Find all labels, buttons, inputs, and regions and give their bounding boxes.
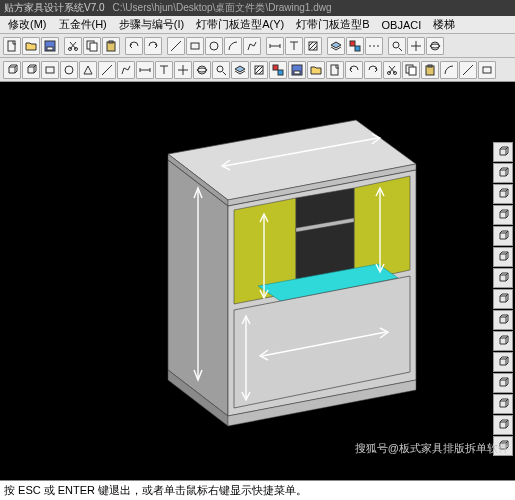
document-path: C:\Users\hjun\Desktop\桌面文件类\Drawing1.dwg — [113, 1, 332, 15]
tool-line[interactable] — [167, 37, 185, 55]
tool2-d[interactable] — [60, 61, 78, 79]
tool-copy[interactable] — [83, 37, 101, 55]
tool2-k[interactable] — [193, 61, 211, 79]
tool2-j[interactable] — [174, 61, 192, 79]
view-left[interactable] — [493, 184, 513, 204]
view-top[interactable] — [493, 142, 513, 162]
viewport-3d[interactable]: 搜狐号@板式家具排版拆单软件 — [0, 82, 515, 480]
view-right[interactable] — [493, 205, 513, 225]
tool2-x[interactable] — [440, 61, 458, 79]
svg-line-51 — [224, 138, 378, 166]
tool-cut[interactable] — [64, 37, 82, 55]
orbit-icon — [429, 40, 441, 52]
menu-door-b[interactable]: 灯带门板造型B — [290, 17, 375, 32]
view-iso-se[interactable] — [493, 268, 513, 288]
tool-new[interactable] — [3, 37, 21, 55]
menubar[interactable]: 修改(M) 五金件(H) 步骤与编号(I) 灯带门板造型A(Y) 灯带门板造型B… — [0, 16, 515, 34]
tool-hatch[interactable] — [304, 37, 322, 55]
tool-orbit[interactable] — [426, 37, 444, 55]
color-icon — [272, 64, 284, 76]
copy-icon — [86, 40, 98, 52]
tool2-a[interactable] — [3, 61, 21, 79]
tool-paste[interactable] — [102, 37, 120, 55]
layer-icon — [234, 64, 246, 76]
view-orbit[interactable] — [493, 436, 513, 456]
svg-marker-38 — [168, 160, 228, 416]
view-iso-nw[interactable] — [493, 247, 513, 267]
tool-dim[interactable] — [266, 37, 284, 55]
tool2-f[interactable] — [98, 61, 116, 79]
tool2-p[interactable] — [288, 61, 306, 79]
tool2-e[interactable] — [79, 61, 97, 79]
view-iso-sw[interactable] — [493, 289, 513, 309]
view-wire[interactable] — [493, 310, 513, 330]
tool2-u[interactable] — [383, 61, 401, 79]
rect-icon — [481, 64, 493, 76]
menu-door-a[interactable]: 灯带门板造型A(Y) — [190, 17, 290, 32]
svg-point-14 — [393, 42, 399, 48]
tool2-n[interactable] — [250, 61, 268, 79]
view-iso-ne[interactable] — [493, 226, 513, 246]
menu-stairs[interactable]: 楼梯 — [427, 17, 461, 32]
tool2-z[interactable] — [478, 61, 496, 79]
tool2-v[interactable] — [402, 61, 420, 79]
dim-icon — [269, 40, 281, 52]
tool2-c[interactable] — [41, 61, 59, 79]
tool2-b[interactable] — [22, 61, 40, 79]
tri-icon — [82, 64, 94, 76]
tool2-y[interactable] — [459, 61, 477, 79]
tool2-l[interactable] — [212, 61, 230, 79]
view-icon — [497, 335, 509, 347]
view-shade[interactable] — [493, 331, 513, 351]
tool2-t[interactable] — [364, 61, 382, 79]
circle-icon — [63, 64, 75, 76]
app-window: 贴方家具设计系统V7.0 C:\Users\hjun\Desktop\桌面文件类… — [0, 0, 515, 500]
menu-objaci[interactable]: OBJACI — [376, 19, 428, 31]
view-hidden[interactable] — [493, 352, 513, 372]
tool2-i[interactable] — [155, 61, 173, 79]
line-icon — [170, 40, 182, 52]
zoom-icon — [215, 64, 227, 76]
view-zoom-ext[interactable] — [493, 373, 513, 393]
tool-ltype[interactable] — [365, 37, 383, 55]
tool-rect[interactable] — [186, 37, 204, 55]
circle-icon — [208, 40, 220, 52]
tool2-r[interactable] — [326, 61, 344, 79]
watermark: 搜狐号@板式家具排版拆单软件 — [355, 441, 509, 456]
tool-pan[interactable] — [407, 37, 425, 55]
tool-zoom[interactable] — [388, 37, 406, 55]
tool2-h[interactable] — [136, 61, 154, 79]
tool2-g[interactable] — [117, 61, 135, 79]
svg-marker-42 — [296, 188, 354, 292]
line-icon — [462, 64, 474, 76]
svg-rect-27 — [331, 65, 338, 75]
svg-rect-12 — [350, 41, 355, 46]
tool-text[interactable] — [285, 37, 303, 55]
tool-color[interactable] — [346, 37, 364, 55]
tool-poly[interactable] — [243, 37, 261, 55]
tool2-w[interactable] — [421, 61, 439, 79]
tool-undo[interactable] — [125, 37, 143, 55]
dim-icon — [139, 64, 151, 76]
tool-circle[interactable] — [205, 37, 223, 55]
command-hint: 按 ESC 或 ENTER 键退出，或者单击鼠标右键显示快捷菜单。 — [4, 483, 307, 498]
tool2-s[interactable] — [345, 61, 363, 79]
menu-modify[interactable]: 修改(M) — [2, 17, 53, 32]
tool-open[interactable] — [22, 37, 40, 55]
tool2-q[interactable] — [307, 61, 325, 79]
view-zoom-win[interactable] — [493, 394, 513, 414]
view-icon — [497, 230, 509, 242]
tool-arc[interactable] — [224, 37, 242, 55]
menu-steps[interactable]: 步骤与编号(I) — [113, 17, 190, 32]
pan-icon — [177, 64, 189, 76]
tool-save[interactable] — [41, 37, 59, 55]
view-front[interactable] — [493, 163, 513, 183]
line-icon — [101, 64, 113, 76]
tool-layer[interactable] — [327, 37, 345, 55]
view-pan[interactable] — [493, 415, 513, 435]
tool2-m[interactable] — [231, 61, 249, 79]
tool-redo[interactable] — [144, 37, 162, 55]
menu-hardware[interactable]: 五金件(H) — [53, 17, 113, 32]
tool2-o[interactable] — [269, 61, 287, 79]
command-bar[interactable]: 按 ESC 或 ENTER 键退出，或者单击鼠标右键显示快捷菜单。 — [0, 480, 515, 500]
